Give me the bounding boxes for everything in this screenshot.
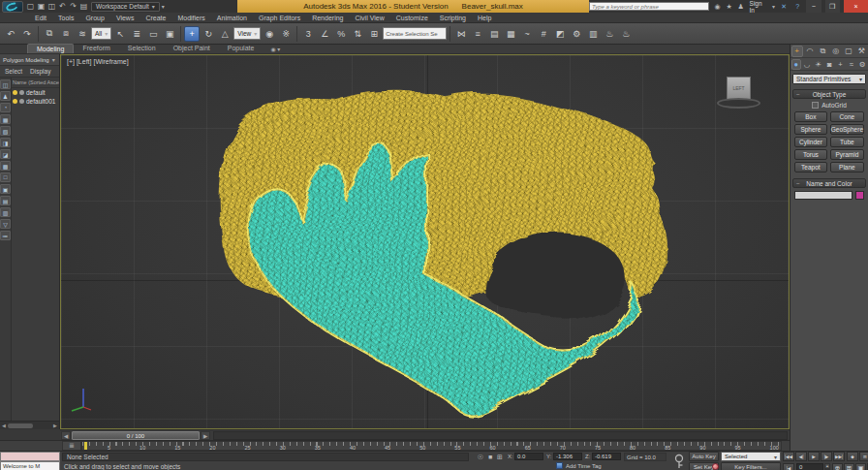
maxscript-macro-recorder[interactable]: [0, 452, 60, 461]
key-mode-toggle-icon[interactable]: ◆: [847, 452, 858, 461]
menu-item[interactable]: Modifiers: [171, 15, 210, 21]
sign-in-link[interactable]: Sign In: [750, 0, 769, 14]
time-forward-arrow-icon[interactable]: ▶: [201, 431, 210, 440]
scroll-left-icon[interactable]: ◀: [0, 423, 8, 428]
viewport-label[interactable]: [+] [Left] [Wireframe]: [67, 58, 129, 65]
object-color-swatch[interactable]: [855, 191, 864, 200]
menu-item[interactable]: Edit: [29, 15, 52, 21]
explorer-display-lights-icon[interactable]: ▧: [0, 126, 11, 136]
new-scene-icon[interactable]: ▢: [25, 1, 36, 12]
render-setup-icon[interactable]: ⚙: [569, 26, 584, 42]
percent-snap-icon[interactable]: %: [333, 26, 349, 42]
ribbon-tab[interactable]: Modeling: [27, 44, 74, 53]
material-editor-icon[interactable]: ◩: [552, 26, 568, 42]
search-communities-icon[interactable]: ◉: [713, 3, 723, 11]
frame-spinner[interactable]: ▲▼: [824, 463, 830, 470]
scroll-right-icon[interactable]: ▶: [51, 423, 59, 428]
select-by-name-icon[interactable]: ≣: [129, 26, 144, 42]
minimize-button[interactable]: −: [806, 0, 821, 13]
explorer-display-shapes-icon[interactable]: ▦: [0, 114, 11, 124]
save-file-icon[interactable]: ◫: [46, 1, 57, 12]
set-key-mode-icon[interactable]: [712, 463, 719, 470]
explorer-display-helpers-icon[interactable]: ◪: [0, 149, 11, 159]
play-icon[interactable]: ▶: [808, 452, 820, 461]
systems-category-icon[interactable]: ⚙: [857, 59, 867, 70]
open-file-icon[interactable]: ▣: [36, 1, 46, 12]
restore-button[interactable]: ❐: [825, 0, 840, 13]
go-to-end-icon[interactable]: ▶▶|: [833, 452, 845, 461]
primitive-button[interactable]: Tube: [830, 137, 864, 147]
named-selection-set-field[interactable]: Create Selection Se: [383, 27, 447, 40]
set-keys-key-icon[interactable]: [672, 454, 686, 469]
workspace-dropdown[interactable]: Workspace Default▾: [91, 2, 160, 12]
object-type-rollout-header[interactable]: − Object Type: [792, 89, 866, 99]
layer-manager-icon[interactable]: ▤: [486, 26, 502, 42]
viewcube-face[interactable]: LEFT: [727, 77, 751, 100]
ribbon-minimize-icon[interactable]: ◉ ▾: [270, 46, 280, 53]
edit-named-selection-sets-icon[interactable]: ⊞: [366, 26, 382, 42]
selection-filter-dropdown[interactable]: All▾: [91, 27, 111, 40]
primitive-button[interactable]: Pyramid: [830, 149, 864, 160]
time-slider-track[interactable]: [213, 431, 788, 440]
scene-object-row[interactable]: default: [12, 88, 59, 97]
snap-toggle-3d-icon[interactable]: 3: [300, 26, 316, 42]
current-frame-marker[interactable]: [84, 442, 87, 450]
primitive-button[interactable]: Torus: [794, 149, 827, 160]
primitive-category-dropdown[interactable]: Standard Primitives▾: [792, 74, 866, 84]
menu-item[interactable]: Rendering: [306, 15, 349, 21]
explorer-menu-item[interactable]: Display: [30, 68, 50, 75]
zoom-all-icon[interactable]: ⊞: [844, 463, 854, 470]
render-production-icon[interactable]: ♨: [602, 26, 617, 42]
go-to-start-icon[interactable]: |◀◀: [783, 452, 794, 461]
select-object-icon[interactable]: ↖: [112, 26, 128, 42]
motion-tab-icon[interactable]: ◎: [830, 46, 842, 57]
primitive-button[interactable]: Plane: [830, 162, 864, 172]
cameras-category-icon[interactable]: ◙: [824, 59, 834, 70]
explorer-display-children-icon[interactable]: ♟: [0, 91, 11, 101]
select-and-rotate-icon[interactable]: ↻: [201, 26, 216, 42]
menu-item[interactable]: Graph Editors: [253, 15, 306, 21]
menu-item[interactable]: Civil View: [349, 15, 389, 21]
help-search-input[interactable]: [589, 2, 709, 11]
explorer-display-xrefs-icon[interactable]: ▣: [0, 184, 11, 194]
redo-icon[interactable]: ↷: [19, 26, 35, 42]
select-and-move-icon[interactable]: +: [184, 26, 200, 42]
ribbon-tab[interactable]: Freeform: [74, 44, 118, 53]
shapes-category-icon[interactable]: ◡: [802, 59, 812, 70]
ribbon-toggle-icon[interactable]: ▦: [503, 26, 518, 42]
menu-item[interactable]: Group: [79, 15, 109, 21]
ribbon-tab[interactable]: Selection: [119, 44, 165, 53]
add-time-tag[interactable]: Add Time Tag: [556, 462, 602, 469]
explorer-menu-item[interactable]: Select: [5, 68, 22, 75]
menu-item[interactable]: Animation: [211, 15, 253, 21]
x-coord-field[interactable]: 0.0: [514, 453, 543, 460]
sign-in-chevron-icon[interactable]: ▾: [772, 3, 775, 10]
align-icon[interactable]: ≡: [470, 26, 485, 42]
maxscript-mini-listener[interactable]: Welcome to M: [0, 461, 60, 470]
current-frame-field[interactable]: 0: [796, 463, 823, 470]
primitive-button[interactable]: Cylinder: [794, 137, 827, 147]
help-icon[interactable]: ?: [792, 3, 802, 11]
track-bar-ruler[interactable]: 5101520253035404550556065707580859095100: [81, 441, 782, 451]
menu-item[interactable]: Help: [472, 15, 497, 21]
primitive-button[interactable]: Box: [794, 111, 827, 122]
user-person-icon[interactable]: ♟: [736, 3, 746, 11]
bind-spacewarp-icon[interactable]: ≋: [75, 26, 90, 42]
isolate-selection-icon[interactable]: ☉: [476, 453, 485, 461]
key-filters-button[interactable]: Key Filters...: [721, 462, 781, 470]
schematic-view-icon[interactable]: #: [536, 26, 551, 42]
curve-editor-icon[interactable]: ~: [519, 26, 535, 42]
previous-key-icon[interactable]: |◀: [783, 463, 794, 470]
display-tab-icon[interactable]: ▢: [843, 46, 854, 57]
modify-tab-icon[interactable]: ◠: [804, 46, 816, 57]
unlink-selection-icon[interactable]: ⧈: [58, 26, 74, 42]
viewcube-compass-ring[interactable]: [717, 98, 760, 109]
mirror-icon[interactable]: ⋈: [453, 26, 469, 42]
viewcube[interactable]: LEFT: [717, 75, 761, 113]
primitive-button[interactable]: GeoSphere: [830, 124, 864, 135]
create-tab-icon[interactable]: +: [791, 46, 803, 57]
explorer-filter-icon[interactable]: ▽: [0, 219, 11, 229]
explorer-display-geometry-icon[interactable]: ◔: [0, 103, 11, 112]
workspace-extra-chevron-icon[interactable]: ▾: [162, 3, 165, 10]
lights-category-icon[interactable]: ☀: [814, 59, 823, 70]
